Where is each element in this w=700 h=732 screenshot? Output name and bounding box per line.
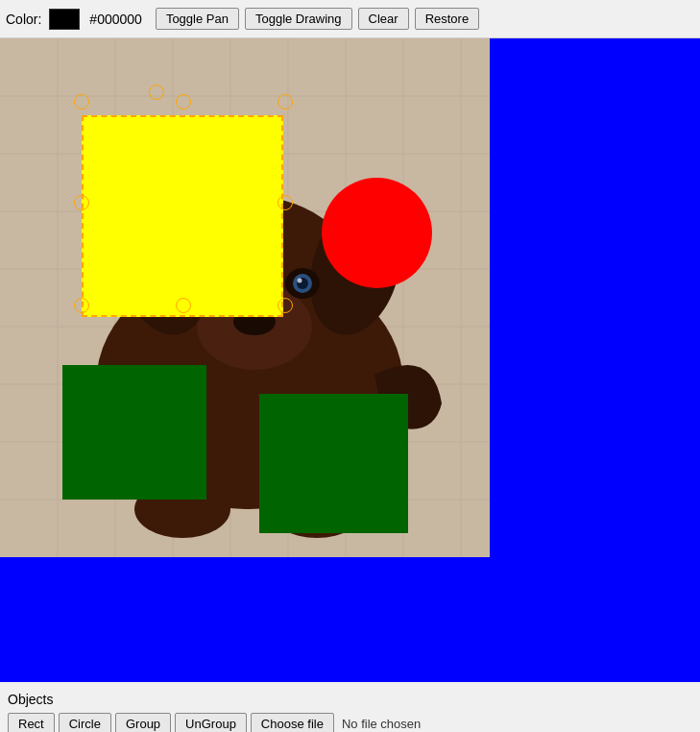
handle-bottom-left[interactable] bbox=[74, 298, 89, 313]
color-swatch[interactable] bbox=[49, 9, 80, 30]
color-value: #000000 bbox=[89, 12, 142, 27]
toggle-drawing-button[interactable]: Toggle Drawing bbox=[245, 8, 352, 30]
ungroup-button[interactable]: UnGroup bbox=[175, 713, 247, 732]
photo-canvas[interactable] bbox=[0, 38, 490, 557]
handle-bottom-middle[interactable] bbox=[176, 298, 191, 313]
toggle-pan-button[interactable]: Toggle Pan bbox=[156, 8, 239, 30]
file-status-text: No file chosen bbox=[342, 717, 421, 731]
objects-section: Objects Rect Circle Group UnGroup Choose… bbox=[0, 682, 700, 732]
svg-point-30 bbox=[298, 279, 302, 283]
handle-top-left[interactable] bbox=[74, 94, 89, 110]
color-label: Color: bbox=[6, 12, 41, 27]
green-rectangle-right[interactable] bbox=[259, 394, 408, 533]
objects-heading: Objects bbox=[8, 692, 692, 707]
clear-button[interactable]: Clear bbox=[358, 8, 409, 30]
yellow-rectangle[interactable] bbox=[82, 115, 283, 317]
objects-buttons-bar: Rect Circle Group UnGroup Choose file No… bbox=[8, 713, 692, 732]
handle-middle-left[interactable] bbox=[74, 195, 89, 210]
toolbar: Color: #000000 Toggle Pan Toggle Drawing… bbox=[0, 0, 700, 38]
handle-top-right[interactable] bbox=[278, 94, 293, 110]
handle-top-middle[interactable] bbox=[176, 94, 191, 110]
restore-button[interactable]: Restore bbox=[415, 8, 480, 30]
red-circle[interactable] bbox=[322, 178, 432, 288]
circle-button[interactable]: Circle bbox=[59, 713, 111, 732]
green-rectangle-left[interactable] bbox=[62, 365, 206, 500]
canvas-area bbox=[0, 38, 700, 682]
rect-button[interactable]: Rect bbox=[8, 713, 55, 732]
rotate-handle[interactable] bbox=[149, 85, 164, 100]
handle-middle-right[interactable] bbox=[278, 195, 293, 210]
group-button[interactable]: Group bbox=[115, 713, 171, 732]
choose-file-button[interactable]: Choose file bbox=[251, 713, 334, 732]
handle-bottom-right[interactable] bbox=[278, 298, 293, 313]
